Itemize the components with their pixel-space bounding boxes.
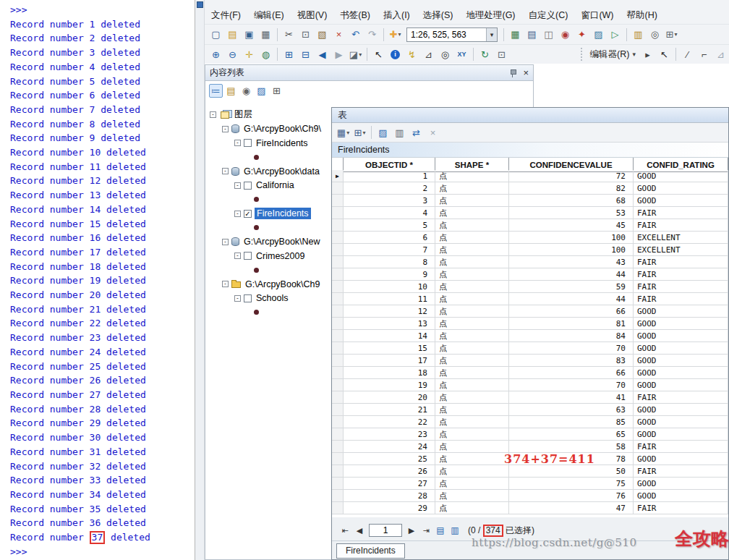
switch-selection-icon[interactable]: ⇄ xyxy=(409,125,424,140)
editor-shortcut-icon[interactable]: ▦ xyxy=(508,27,523,42)
grid-cell[interactable]: 12 xyxy=(344,305,435,318)
row-selector[interactable] xyxy=(332,219,344,232)
grid-cell[interactable]: 59 xyxy=(509,281,634,293)
grid-cell[interactable]: 47 xyxy=(509,502,634,514)
grid-cell[interactable]: 点 xyxy=(435,441,509,453)
grid-cell[interactable]: 84 xyxy=(509,330,634,342)
current-record-input[interactable] xyxy=(369,524,402,537)
grid-cell[interactable]: FAIR xyxy=(634,256,728,268)
grid-cell[interactable]: FAIR xyxy=(634,281,728,293)
grid-cell[interactable]: 点 xyxy=(435,502,509,514)
back-extent-icon[interactable]: ◀ xyxy=(315,47,330,62)
table-options-icon[interactable]: ▦▾ xyxy=(336,125,351,140)
row-selector[interactable] xyxy=(332,182,344,195)
grid-cell[interactable]: 66 xyxy=(509,305,634,318)
grid-cell[interactable]: FAIR xyxy=(634,207,728,219)
grid-cell[interactable]: 27 xyxy=(344,478,435,490)
grid-cell[interactable]: 65 xyxy=(509,428,634,441)
layer-label[interactable]: G:\ArcpyBook\data xyxy=(242,166,321,177)
row-selector[interactable] xyxy=(332,502,344,514)
layer-label[interactable]: Schools xyxy=(255,293,289,303)
grid-cell[interactable]: 19 xyxy=(344,379,435,391)
grid-cell[interactable]: 7 xyxy=(344,244,435,256)
layer-label[interactable]: California xyxy=(255,180,296,190)
save-icon[interactable]: ▣ xyxy=(242,27,257,42)
table-tab-fireincidents[interactable]: FireIncidents xyxy=(336,543,405,559)
grid-cell[interactable]: FAIR xyxy=(634,502,728,514)
extra-tool-icon[interactable]: ⊞▾ xyxy=(664,27,679,42)
identify-icon[interactable]: i xyxy=(388,47,403,62)
grid-cell[interactable]: 100 xyxy=(509,244,634,256)
list-by-drawing-order-icon[interactable]: ≔ xyxy=(209,84,223,98)
grid-cell[interactable]: GOOD xyxy=(634,379,728,391)
grid-cell[interactable]: 点 xyxy=(435,330,509,342)
row-selector[interactable] xyxy=(332,207,344,219)
show-selected-records-icon[interactable]: ▥ xyxy=(448,524,461,537)
grid-cell[interactable]: 14 xyxy=(344,330,435,342)
row-selector[interactable] xyxy=(332,232,344,244)
grid-cell[interactable]: 点 xyxy=(435,207,509,219)
grid-cell[interactable]: 1 xyxy=(344,170,435,182)
forward-extent-icon[interactable]: ▶ xyxy=(331,47,346,62)
hyperlink-icon[interactable]: ↯ xyxy=(404,47,419,62)
grid-cell[interactable]: 10 xyxy=(344,281,435,293)
print-icon[interactable]: ▦ xyxy=(258,27,273,42)
grid-cell[interactable]: 53 xyxy=(509,207,634,219)
row-selector[interactable] xyxy=(332,195,344,207)
chevron-down-icon[interactable]: ▾ xyxy=(486,28,497,41)
grid-cell[interactable]: 45 xyxy=(509,219,634,232)
toolbar-grip[interactable] xyxy=(581,48,583,61)
layer-checkbox[interactable]: ✓ xyxy=(244,210,252,218)
window-icon[interactable] xyxy=(197,1,203,8)
grid-cell[interactable]: 58 xyxy=(509,441,634,453)
grid-cell[interactable]: GOOD xyxy=(634,195,728,207)
pan-icon[interactable]: ✛ xyxy=(242,47,257,62)
grid-cell[interactable]: 20 xyxy=(344,391,435,404)
grid-cell[interactable]: 85 xyxy=(509,416,634,428)
table-shortcut-icon[interactable]: ▤ xyxy=(524,27,540,42)
grid-cell[interactable]: 29 xyxy=(344,502,435,514)
grid-cell[interactable]: GOOD xyxy=(634,170,728,182)
grid-cell[interactable]: 点 xyxy=(435,490,509,502)
grid-cell[interactable]: GOOD xyxy=(634,416,728,428)
grid-cell[interactable]: 4 xyxy=(344,207,435,219)
row-selector[interactable] xyxy=(332,391,344,404)
layer-label[interactable]: 图层 xyxy=(233,109,254,121)
grid-cell[interactable]: GOOD xyxy=(634,342,728,355)
grid-cell[interactable]: FAIR xyxy=(634,219,728,232)
select-elements-icon[interactable]: ↖ xyxy=(371,47,386,62)
menu-item[interactable]: 插入(I) xyxy=(377,7,417,24)
grid-cell[interactable]: GOOD xyxy=(634,367,728,379)
list-by-visibility-icon[interactable]: ◉ xyxy=(239,84,253,98)
menu-item[interactable]: 文件(F) xyxy=(205,7,247,24)
new-document-icon[interactable]: ▢ xyxy=(208,27,223,42)
extent-history-icon[interactable]: ◪▾ xyxy=(348,47,363,62)
clear-selection-icon[interactable]: ▥ xyxy=(392,125,407,140)
grid-cell[interactable]: 点 xyxy=(435,379,509,391)
previous-record-button[interactable]: ◀ xyxy=(353,524,366,537)
row-selector[interactable] xyxy=(332,268,344,281)
grid-cell[interactable]: 100 xyxy=(509,232,634,244)
find-icon[interactable]: ◎ xyxy=(438,47,453,62)
expand-icon[interactable]: - xyxy=(222,281,229,287)
fixed-zoom-out-icon[interactable]: ⊟ xyxy=(298,47,313,62)
list-by-selection-icon[interactable]: ▨ xyxy=(255,84,268,98)
expand-icon[interactable]: - xyxy=(234,211,241,217)
grid-cell[interactable]: 6 xyxy=(344,232,435,244)
row-selector[interactable] xyxy=(332,404,344,416)
row-selector[interactable] xyxy=(332,478,344,490)
menu-item[interactable]: 编辑(E) xyxy=(247,7,291,24)
menu-item[interactable]: 窗口(W) xyxy=(574,7,620,24)
grid-cell[interactable]: 点 xyxy=(435,318,509,330)
row-selector[interactable] xyxy=(332,293,344,305)
menu-item[interactable]: 帮助(H) xyxy=(621,7,664,24)
editor-menu-button[interactable]: 编辑器(R) ▾ xyxy=(587,47,639,62)
last-record-button[interactable]: ⇥ xyxy=(419,524,432,537)
grid-cell[interactable]: FAIR xyxy=(634,391,728,404)
related-tables-icon[interactable]: ⊞▾ xyxy=(352,125,367,140)
menu-item[interactable]: 地理处理(G) xyxy=(459,7,521,24)
paste-icon[interactable]: ▧ xyxy=(315,27,330,42)
grid-cell[interactable]: 76 xyxy=(509,490,634,502)
grid-cell[interactable]: 点 xyxy=(435,453,509,465)
row-selector[interactable] xyxy=(332,305,344,318)
